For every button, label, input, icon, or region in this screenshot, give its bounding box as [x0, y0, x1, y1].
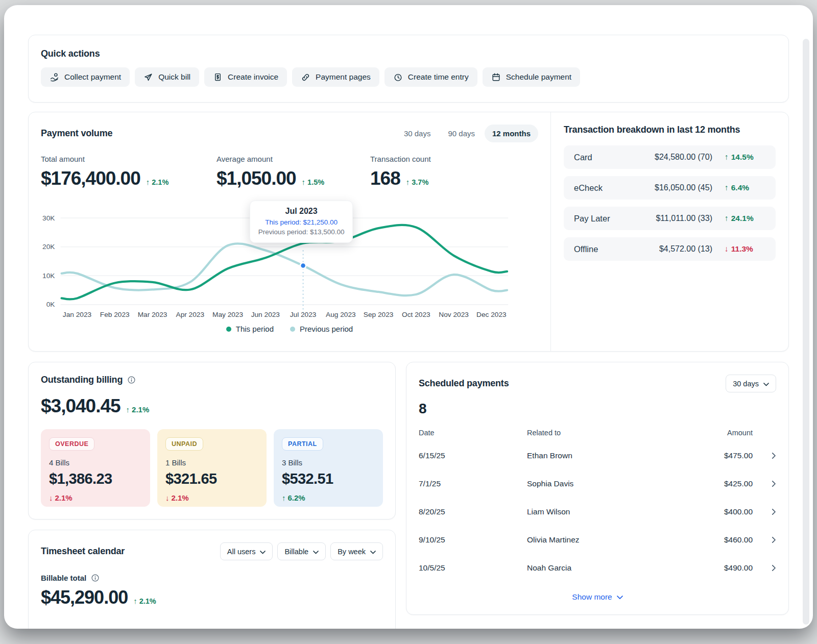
scrollbar[interactable] [803, 39, 809, 625]
chevron-right-icon[interactable] [753, 508, 776, 515]
breakdown-row[interactable]: Pay Later $11,011.00 (33) ↑24.1% [564, 207, 776, 230]
transaction-breakdown-list: Card $24,580.00 (70) ↑14.5% eCheck $16,0… [564, 145, 776, 261]
legend-item: This period [226, 325, 274, 333]
partial-card[interactable]: PARTIAL 3 Bills $532.51 ↑6.2% [274, 429, 383, 507]
billable-select[interactable]: Billable [277, 542, 326, 560]
payment-amount: $400.00 [686, 507, 753, 516]
table-row[interactable]: 7/1/25 Sophia Davis $425.00 [419, 469, 776, 498]
payment-date: 8/20/25 [419, 507, 527, 516]
dashboard-page: Quick actions Collect payment Quick bill… [4, 5, 813, 629]
legend-dot [226, 327, 231, 332]
chevron-right-icon[interactable] [753, 452, 776, 459]
metric-delta: ↑3.7% [406, 178, 429, 186]
column-amount: Amount [686, 429, 753, 437]
tooltip-this-period: This period: $21,250.00 [254, 218, 348, 226]
transaction-breakdown-section: Transaction breakdown in last 12 months … [551, 112, 788, 351]
tab-12-months[interactable]: 12 months [485, 125, 538, 142]
payment-related-to: Liam Wilson [527, 507, 686, 516]
table-row[interactable]: 8/20/25 Liam Wilson $400.00 [419, 498, 776, 526]
method-amount: $4,572.00 (13) [659, 244, 712, 254]
payment-date: 6/15/25 [419, 451, 527, 460]
column-date: Date [419, 429, 527, 437]
transaction-breakdown-title: Transaction breakdown in last 12 months [564, 125, 776, 135]
bills-delta: ↑6.2% [282, 493, 305, 502]
payment-amount: $490.00 [686, 563, 753, 573]
bottom-grid: Outstanding billing $3,040.45 ↑2.1% OVER… [28, 362, 789, 629]
info-icon[interactable] [127, 376, 136, 384]
table-row[interactable]: 9/10/25 Olivia Martinez $460.00 [419, 526, 776, 554]
unpaid-card[interactable]: UNPAID 1 Bills $321.65 ↓2.1% [157, 429, 267, 507]
tab-30-days[interactable]: 30 days [396, 125, 439, 142]
chevron-down-icon [370, 548, 376, 556]
outstanding-total: $3,040.45 [41, 395, 121, 417]
svg-text:Jan 2023: Jan 2023 [63, 311, 92, 318]
method-amount: $24,580.00 (70) [655, 153, 712, 162]
chevron-down-icon [260, 548, 266, 556]
method-delta: ↑14.5% [725, 153, 765, 162]
payment-volume-title: Payment volume [41, 128, 112, 139]
payment-related-to: Noah Garcia [527, 563, 686, 573]
metric-total-amount: Total amount $176,400.00 ↑2.1% [41, 155, 217, 189]
method-delta: ↑24.1% [725, 214, 765, 223]
create-invoice-icon [213, 72, 223, 82]
breakdown-row[interactable]: eCheck $16,050.00 (45) ↑6.4% [564, 176, 776, 200]
metric-average-amount: Average amount $1,050.00 ↑1.5% [217, 155, 370, 189]
by-week-select[interactable]: By week [330, 542, 383, 560]
payment-volume-chart-area: 0K10K20K30KJan 2023Feb 2023Mar 2023Apr 2… [41, 205, 538, 333]
button-label: Create invoice [228, 72, 278, 82]
tab-90-days[interactable]: 90 days [440, 125, 483, 142]
svg-text:Mar 2023: Mar 2023 [138, 311, 167, 318]
svg-text:Apr 2023: Apr 2023 [176, 311, 205, 318]
range-select[interactable]: 30 days [726, 375, 776, 392]
metric-label: Total amount [41, 155, 217, 163]
chart-tooltip: Jul 2023 This period: $21,250.00 Previou… [250, 201, 353, 243]
payment-method: Card [574, 153, 655, 162]
method-delta: ↓11.3% [725, 244, 765, 254]
legend-label: Previous period [300, 325, 353, 333]
quick-bill-button[interactable]: Quick bill [135, 67, 199, 87]
payment-amount: $475.00 [686, 451, 753, 460]
show-more-button[interactable]: Show more [565, 588, 630, 606]
quick-bill-icon [143, 72, 153, 82]
chevron-right-icon[interactable] [753, 480, 776, 487]
info-icon[interactable] [91, 574, 100, 582]
create-invoice-button[interactable]: Create invoice [204, 67, 287, 87]
all-users-select[interactable]: All users [220, 542, 273, 560]
payment-pages-button[interactable]: Payment pages [292, 67, 379, 87]
scheduled-payments-card: Scheduled payments 30 days 8 Date Relate… [406, 362, 789, 615]
legend-item: Previous period [290, 325, 353, 333]
metric-label: Transaction count [370, 155, 431, 163]
billing-status-cards: OVERDUE 4 Bills $1,386.23 ↓2.1% UNPAID 1… [41, 429, 383, 507]
method-amount: $16,050.00 (45) [655, 183, 712, 192]
quick-actions-card: Quick actions Collect payment Quick bill… [28, 35, 789, 103]
table-row[interactable]: 10/5/25 Noah Garcia $490.00 [419, 554, 776, 582]
payment-date: 9/10/25 [419, 535, 527, 544]
svg-text:Oct 2023: Oct 2023 [402, 311, 430, 318]
chevron-right-icon[interactable] [753, 536, 776, 543]
payment-volume-section: Payment volume 30 days 90 days 12 months… [29, 112, 551, 351]
create-time-entry-button[interactable]: Create time entry [385, 67, 477, 87]
button-label: Create time entry [408, 72, 469, 82]
outstanding-delta: ↑2.1% [126, 405, 150, 414]
timesheet-calendar-card: Timesheet calendar All users Billable By… [28, 530, 396, 629]
breakdown-row[interactable]: Offline $4,572.00 (13) ↓11.3% [564, 237, 776, 261]
outstanding-billing-title: Outstanding billing [41, 375, 123, 385]
payment-related-to: Sophia Davis [527, 479, 686, 488]
bills-delta: ↓2.1% [165, 493, 189, 502]
button-label: Quick bill [158, 72, 190, 82]
table-row[interactable]: 6/15/25 Ethan Brown $475.00 [419, 441, 776, 469]
svg-text:Aug 2023: Aug 2023 [326, 311, 356, 318]
chevron-right-icon[interactable] [753, 564, 776, 572]
method-amount: $11,011.00 (33) [656, 214, 712, 223]
payment-method: Pay Later [574, 214, 656, 224]
timesheet-filters: All users Billable By week [220, 542, 383, 560]
payment-related-to: Olivia Martinez [527, 535, 686, 544]
breakdown-row[interactable]: Card $24,580.00 (70) ↑14.5% [564, 145, 776, 169]
bills-delta: ↓2.1% [49, 493, 73, 502]
metric-delta: ↑2.1% [146, 178, 169, 186]
svg-text:Feb 2023: Feb 2023 [100, 311, 130, 318]
schedule-payment-button[interactable]: Schedule payment [483, 67, 580, 87]
outstanding-billing-card: Outstanding billing $3,040.45 ↑2.1% OVER… [28, 362, 396, 519]
overdue-card[interactable]: OVERDUE 4 Bills $1,386.23 ↓2.1% [41, 429, 150, 507]
collect-payment-button[interactable]: Collect payment [41, 67, 130, 87]
